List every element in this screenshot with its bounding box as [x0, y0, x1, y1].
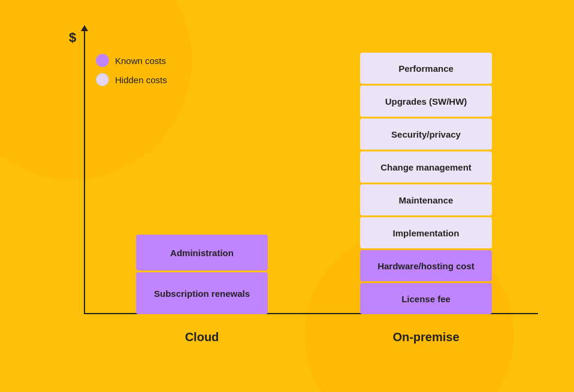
cloud-bar-group: Administration Subscription renewals: [136, 235, 268, 314]
on-premise-bar-stack: Performance Upgrades (SW/HW) Security/pr…: [360, 53, 492, 314]
cloud-x-label: Cloud: [136, 330, 268, 344]
on-premise-implementation-label: Implementation: [393, 228, 460, 238]
y-axis-label: $: [69, 30, 76, 45]
bars-container: Administration Subscription renewals Per…: [90, 30, 538, 314]
cloud-subscription-block: Subscription renewals: [136, 272, 268, 314]
on-premise-maintenance-block: Maintenance: [360, 184, 492, 215]
x-labels: Cloud On-premise: [90, 330, 538, 344]
on-premise-license-label: License fee: [401, 294, 451, 304]
on-premise-license-block: License fee: [360, 283, 492, 314]
on-premise-security-label: Security/privacy: [391, 129, 461, 139]
on-premise-maintenance-label: Maintenance: [399, 195, 454, 205]
cloud-bar-stack: Administration Subscription renewals: [136, 235, 268, 314]
cloud-administration-label: Administration: [170, 248, 234, 258]
on-premise-x-label: On-premise: [360, 330, 492, 344]
on-premise-upgrades-block: Upgrades (SW/HW): [360, 86, 492, 117]
cloud-administration-block: Administration: [136, 235, 268, 271]
y-axis: [84, 30, 85, 314]
on-premise-change-block: Change management: [360, 151, 492, 183]
cloud-subscription-label: Subscription renewals: [154, 288, 250, 299]
on-premise-change-label: Change management: [380, 162, 472, 172]
chart-area: $ Known costs Hidden costs Administratio…: [24, 18, 550, 344]
on-premise-implementation-block: Implementation: [360, 217, 492, 248]
on-premise-performance-block: Performance: [360, 53, 492, 84]
on-premise-bar-group: Performance Upgrades (SW/HW) Security/pr…: [360, 53, 492, 314]
on-premise-hardware-block: Hardware/hosting cost: [360, 250, 492, 281]
on-premise-hardware-label: Hardware/hosting cost: [377, 261, 475, 271]
on-premise-upgrades-label: Upgrades (SW/HW): [385, 96, 467, 107]
on-premise-security-block: Security/privacy: [360, 118, 492, 150]
on-premise-performance-label: Performance: [398, 63, 454, 74]
